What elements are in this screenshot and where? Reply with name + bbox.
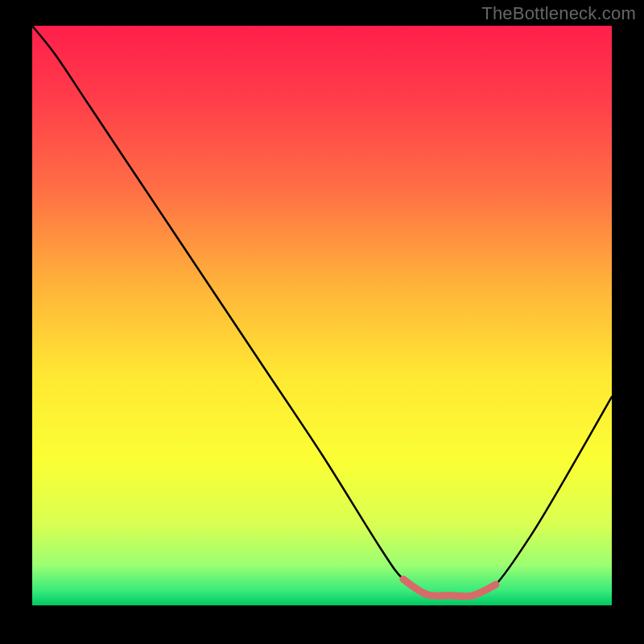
chart-plot — [32, 26, 612, 605]
chart-frame: TheBottleneck.com — [0, 0, 644, 644]
watermark-text: TheBottleneck.com — [481, 3, 636, 24]
heat-background — [32, 26, 612, 605]
chart-svg — [32, 26, 612, 605]
